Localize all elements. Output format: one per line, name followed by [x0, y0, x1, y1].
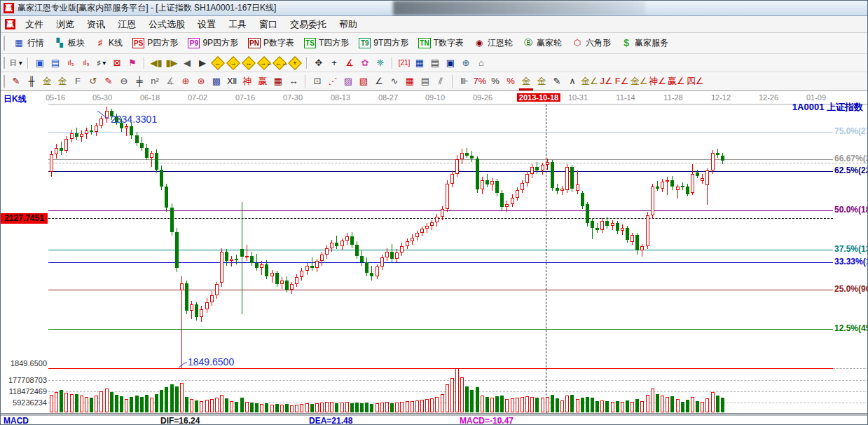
- toolbar-button-four-angle[interactable]: 四∠: [687, 74, 704, 88]
- toolbar-button-pen-angle[interactable]: ✎: [102, 74, 116, 88]
- toolbar-button-hand-drag[interactable]: ✥: [312, 56, 326, 70]
- toolbar-button-notes[interactable]: ▤: [428, 56, 442, 70]
- toolbar-button-dia-all[interactable]: +: [288, 56, 302, 70]
- indicator-name[interactable]: MACD: [4, 416, 29, 425]
- toolbar-button-crosshair[interactable]: +: [327, 56, 341, 70]
- toolbar-button-spider-web[interactable]: ⊛: [194, 74, 208, 88]
- toolbar-button-gold-line[interactable]: 金: [535, 74, 549, 88]
- toolbar-button-k-count[interactable]: Ⅻ: [225, 74, 239, 88]
- toolbar-button-gold-angle[interactable]: 金∠: [581, 74, 598, 88]
- toolbar-button-grid-blue[interactable]: ▩: [209, 74, 223, 88]
- chart-area[interactable]: 日K线 05-1605-3006-1807-0207-1607-3008-130…: [1, 91, 868, 413]
- toolbar-button-period-day[interactable]: 日 ▾: [9, 56, 23, 70]
- toolbar-button-dia-right[interactable]: →: [226, 56, 240, 70]
- toolbar-button-angle-gray[interactable]: ∡: [163, 74, 177, 88]
- toolbar-button-shen-grid[interactable]: 神: [240, 74, 254, 88]
- toolbar-button-f-angle[interactable]: F∠: [615, 74, 629, 88]
- toolbar-button-next[interactable]: ▶: [195, 56, 209, 70]
- toolbar-button-gold-angle-2[interactable]: 金∠: [631, 74, 648, 88]
- toolbar-button-gold-grid-2[interactable]: 金: [55, 74, 69, 88]
- toolbar-button-9t-square[interactable]: T99T四方形: [354, 36, 413, 50]
- toolbar-button-gann-wheel[interactable]: ◉江恩轮: [469, 36, 518, 50]
- toolbar-button-pc-local[interactable]: ⌂: [474, 56, 488, 70]
- menu-item-浏览[interactable]: 浏览: [50, 17, 81, 32]
- toolbar-button-box-select[interactable]: ⊡: [310, 74, 324, 88]
- toolbar-button-grid-red[interactable]: ▦: [403, 74, 417, 88]
- toolbar-button-dia-hboth[interactable]: ↔: [242, 56, 256, 70]
- toolbar-button-last-page[interactable]: ▮▶: [165, 56, 179, 70]
- toolbar-button-hatch-2[interactable]: ╪: [132, 74, 146, 88]
- toolbar-button-dia-compress[interactable]: →←: [257, 56, 271, 70]
- toolbar-button-grid-123[interactable]: ▦: [271, 74, 285, 88]
- menu-item-资讯[interactable]: 资讯: [81, 17, 111, 32]
- toolbar-button-first-page[interactable]: ◀▮: [149, 56, 163, 70]
- toolbar-button-pen-mark[interactable]: ✎: [550, 74, 564, 88]
- toolbar-button-circle-divide[interactable]: ⊖: [117, 74, 131, 88]
- toolbar-button-bars-9[interactable]: ıl₉: [79, 56, 93, 70]
- toolbar-button-slash-lines[interactable]: ⫽: [434, 74, 448, 88]
- toolbar-button-angle-measure[interactable]: ∡: [343, 56, 357, 70]
- toolbar-button-quotes[interactable]: ▦行情: [8, 36, 49, 50]
- toolbar-button-ray-fan[interactable]: ⋰: [326, 74, 340, 88]
- toolbar-button-t-number-table[interactable]: TNT数字表: [413, 36, 469, 50]
- toolbar-button-gold-circle[interactable]: 金: [519, 74, 533, 88]
- menu-item-江恩[interactable]: 江恩: [111, 17, 142, 32]
- toolbar-button-dia-left[interactable]: ←: [211, 56, 225, 70]
- menu-item-工具[interactable]: 工具: [222, 17, 253, 32]
- toolbar-button-grid-dark[interactable]: ▤: [418, 74, 432, 88]
- menu-item-帮助[interactable]: 帮助: [333, 17, 364, 32]
- toolbar-button-winner-wheel[interactable]: Ⓑ赢家轮: [518, 36, 567, 50]
- toolbar-button-net-update[interactable]: ⊕: [459, 56, 473, 70]
- toolbar-button-circle-cross[interactable]: ⊕: [179, 74, 193, 88]
- toolbar-button-sectors[interactable]: ▚板块: [49, 36, 90, 50]
- toolbar-button-win-angle[interactable]: 赢∠: [668, 74, 685, 88]
- toolbar-button-p-square[interactable]: PSP四方形: [128, 36, 183, 50]
- toolbar-button-candle-style[interactable]: ♯ ▾: [95, 56, 109, 70]
- toolbar-grip[interactable]: [2, 36, 5, 50]
- toolbar-button-win-grid[interactable]: 赢: [256, 74, 270, 88]
- toolbar-grip[interactable]: [2, 57, 5, 69]
- toolbar-button-percent-red[interactable]: %: [504, 74, 518, 88]
- toolbar-button-winner-service[interactable]: $赢家服务: [616, 36, 673, 50]
- toolbar-button-hatch-lines[interactable]: ╫: [25, 74, 39, 88]
- menu-item-设置[interactable]: 设置: [191, 17, 222, 32]
- toolbar-button-calculator[interactable]: ▦: [413, 56, 427, 70]
- toolbar-button-dia-expand[interactable]: ←→: [273, 56, 287, 70]
- toolbar-button-h-expand[interactable]: ↔: [287, 74, 301, 88]
- toolbar-button-trend-angle[interactable]: ∠: [372, 74, 386, 88]
- menu-item-公式选股[interactable]: 公式选股: [142, 17, 191, 32]
- toolbar-button-t-square[interactable]: TST四方形: [299, 36, 354, 50]
- toolbar-button-percent-line[interactable]: 7%: [473, 74, 487, 88]
- toolbar-button-9p-square[interactable]: P99P四方形: [183, 36, 243, 50]
- toolbar-button-gann-box-2[interactable]: ▧: [357, 74, 371, 88]
- toolbar-button-prev[interactable]: ◀: [180, 56, 194, 70]
- toolbar-button-a-wave[interactable]: ∧: [565, 74, 579, 88]
- toolbar-button-formula-box[interactable]: ⊠: [110, 56, 124, 70]
- toolbar-button-spiral[interactable]: ↺: [86, 74, 100, 88]
- menu-item-窗口[interactable]: 窗口: [253, 17, 284, 32]
- toolbar-button-gann-box[interactable]: ▨: [341, 74, 355, 88]
- toolbar-button-save[interactable]: ▣: [443, 56, 457, 70]
- toolbar-button-wave-tool[interactable]: ∿: [387, 74, 401, 88]
- toolbar-grip[interactable]: [2, 75, 5, 88]
- toolbar-button-info-panel[interactable]: ▤: [48, 56, 62, 70]
- toolbar-button-bars-3[interactable]: ıl₃: [64, 56, 78, 70]
- toolbar-button-levels-flag[interactable]: ⚑: [125, 56, 139, 70]
- toolbar-button-fib-f[interactable]: F: [71, 74, 85, 88]
- toolbar-button-window-layout[interactable]: ▣: [33, 56, 47, 70]
- toolbar-button-n-square[interactable]: n²: [148, 74, 162, 88]
- toolbar-button-hexagon[interactable]: ⬡六角形: [567, 36, 616, 50]
- toolbar-button-shen-angle[interactable]: 神∠: [649, 74, 666, 88]
- toolbar-button-calendar-21[interactable]: [21]: [397, 56, 411, 70]
- toolbar-button-p-number-table[interactable]: PNP数字表: [243, 36, 299, 50]
- toolbar-button-gann-tool-pink[interactable]: ✿: [358, 56, 372, 70]
- toolbar-button-gann-tool-teal[interactable]: ❈: [373, 56, 387, 70]
- menu-item-文件[interactable]: 文件: [19, 17, 50, 32]
- toolbar-button-kline[interactable]: ♯K线: [90, 36, 128, 50]
- toolbar-button-pen-red[interactable]: ✎: [9, 74, 23, 88]
- toolbar-button-ruler-steps[interactable]: ⊪: [457, 74, 471, 88]
- toolbar-button-j-angle[interactable]: J∠: [600, 74, 614, 88]
- menu-item-交易委托[interactable]: 交易委托: [284, 17, 333, 32]
- toolbar-button-gold-grid-1[interactable]: 金: [40, 74, 54, 88]
- toolbar-button-percent[interactable]: %: [488, 74, 502, 88]
